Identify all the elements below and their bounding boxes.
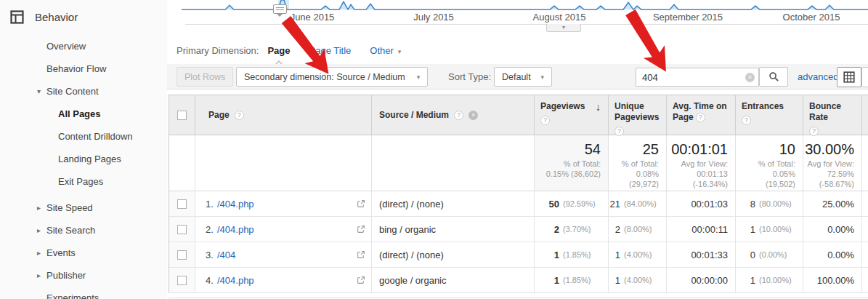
open-in-new-window-icon[interactable] [357,225,365,234]
primary-dimension-bar: Primary Dimension: Page Page Title Other… [177,45,401,56]
page-link[interactable]: /404.php [217,275,254,286]
summary-empty-cell [195,135,372,191]
sidebar-item-site-speed[interactable]: ▸Site Speed [0,196,167,219]
entrances-cell: 1(10.00%) [736,268,803,293]
table-row: 1. /404.php (direct) / (none) 50(92.59%)… [169,191,868,217]
remove-secondary-dimension-icon[interactable]: × [469,111,478,120]
page-link[interactable]: /404 [217,250,235,260]
header-page[interactable]: Page ? [195,95,372,135]
help-icon[interactable]: ? [454,111,463,120]
summary-bounce-rate: 30.00% Avg for View: 72.59% (-58.67%) [803,135,862,191]
triangle-right-icon: ▸ [37,248,41,256]
unique-pageviews-cell: 21(84.00%) [609,191,667,217]
header-unique-pageviews[interactable]: Unique Pageviews ? [609,95,667,135]
sidebar-item-experiments[interactable]: Experiments [0,287,167,299]
search-input[interactable] [636,68,759,87]
entrances-cell: 1(10.00%) [736,217,803,242]
sort-descending-icon: ↓ [596,102,601,113]
summary-pageviews: 54 % of Total: 0.15% (36,602) [535,135,609,191]
page-cell: 1. /404.php [195,191,372,217]
axis-label-october: October 2015 [783,12,840,23]
sidebar-item-publisher[interactable]: ▸Publisher [0,264,167,287]
open-in-new-window-icon[interactable] [357,199,365,208]
header-pageviews[interactable]: Pageviews ↓ ? [535,95,609,135]
open-in-new-window-icon[interactable] [357,250,365,259]
sidebar-item-behavior-flow[interactable]: Behavior Flow [0,57,167,80]
select-all-checkbox[interactable] [177,111,187,120]
table-row: 4. /404.php google / organic 1(1.85%) 1(… [169,268,868,293]
header-bounce-rate[interactable]: Bounce Rate ? [803,95,862,135]
sidebar-item-content-drilldown[interactable]: Content Drilldown [0,125,167,148]
report-table: Page ? Source / Medium ? × Pageviews ↓ ?… [169,95,868,293]
sidebar-item-site-content[interactable]: ▾Site Content [0,80,167,103]
pageviews-cell: 2(3.70%) [535,217,609,242]
help-icon[interactable]: ? [540,116,550,125]
plot-rows-button[interactable]: Plot Rows [177,67,233,87]
clear-search-icon[interactable]: × [745,73,755,82]
source-medium-cell: bing / organic [372,217,535,242]
secondary-dimension-dropdown[interactable]: Secondary dimension: Source / Medium ▾ [236,67,428,87]
sidebar-item-exit-pages[interactable]: Exit Pages [0,170,167,193]
sidebar-item-landing-pages[interactable]: Landing Pages [0,148,167,170]
axis-label-september: September 2015 [653,12,723,23]
header-checkbox-cell [169,95,195,135]
pageviews-cell: 1(1.85%) [535,268,609,293]
triangle-right-icon: ▸ [37,226,41,234]
help-icon[interactable]: ? [696,113,705,122]
help-icon[interactable]: ? [809,127,819,136]
axis-label-june: June 2015 [291,12,335,23]
summary-unique-pageviews: 25 % of Total: 0.08% (29,972) [609,135,667,191]
header-source-medium[interactable]: Source / Medium ? × [372,95,535,135]
sidebar-item-all-pages[interactable]: All Pages [0,103,167,125]
chart-collapse-tab[interactable]: ▾ [546,24,581,32]
page-link[interactable]: /404.php [217,224,254,235]
page-cell: 4. /404.php [195,268,372,293]
header-avg-time-on-page[interactable]: Avg. Time on Page ? [667,95,736,135]
primary-dimension-other[interactable]: Other▾ [370,45,401,56]
triangle-right-icon: ▸ [37,271,41,279]
advanced-search-link[interactable]: advanced [798,71,838,82]
row-checkbox[interactable] [177,250,187,260]
row-number: 3. [195,250,217,260]
sidebar-item-events[interactable]: ▸Events [0,242,167,264]
search-button[interactable] [759,67,788,87]
table-grid-icon [843,71,855,83]
sidebar-item-overview[interactable]: Overview [0,35,167,57]
sidebar-header: Behavior [10,10,78,24]
sidebar: Behavior Overview Behavior Flow ▾Site Co… [0,0,167,299]
open-in-new-window-icon[interactable] [357,276,365,284]
chevron-down-icon: ▾ [541,73,545,81]
row-number: 4. [195,275,217,286]
help-icon[interactable]: ? [235,111,244,120]
row-checkbox[interactable] [177,225,187,234]
unique-pageviews-cell: 1(4.00%) [609,242,667,268]
page-link[interactable]: /404.php [217,199,254,210]
help-icon[interactable]: ? [615,127,624,136]
help-icon[interactable]: ? [742,116,751,125]
triangle-right-icon: ▸ [37,203,41,211]
sidebar-nav: Overview Behavior Flow ▾Site Content All… [0,35,167,299]
row-checkbox-cell [169,268,195,293]
page-cell: 2. /404.php [195,217,372,242]
primary-dimension-page[interactable]: Page [267,45,290,56]
sidebar-item-site-search[interactable]: ▸Site Search [0,219,167,242]
source-medium-cell: (direct) / (none) [372,191,535,217]
table-view-toggle[interactable] [837,67,861,87]
sidebar-section-title: Behavior [35,11,78,23]
unique-pageviews-cell: 1(4.00%) [609,268,667,293]
row-checkbox[interactable] [177,276,187,285]
pageviews-cell: 50(92.59%) [535,191,609,217]
avg-time-cell: 00:01:33 [667,242,736,268]
header-entrances[interactable]: Entrances ? [736,95,803,135]
sort-type-label: Sort Type: [448,71,491,82]
sort-type-dropdown[interactable]: Default ▾ [494,67,552,87]
primary-dimension-label: Primary Dimension: [177,45,259,56]
clipped-cell [862,217,868,242]
primary-dimension-page-title[interactable]: Page Title [309,45,352,56]
bounce-rate-cell: 0.00% [803,217,862,242]
chevron-down-icon: ▾ [398,48,402,55]
row-checkbox[interactable] [177,199,187,209]
table-row: 3. /404 (direct) / (none) 1(1.85%) 1(4.0… [169,242,868,268]
row-number: 2. [195,224,217,235]
percentage-view-toggle[interactable] [861,67,868,87]
